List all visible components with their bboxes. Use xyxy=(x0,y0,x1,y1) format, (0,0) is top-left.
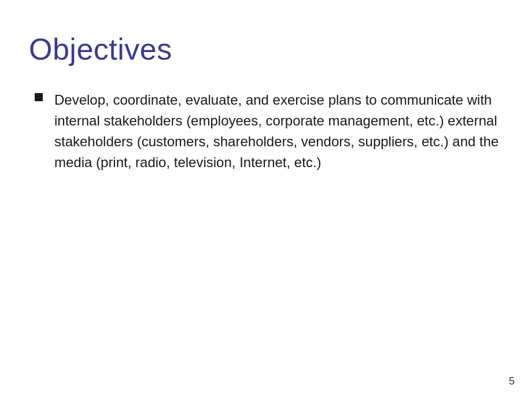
bullet-item: Develop, coordinate, evaluate, and exerc… xyxy=(35,90,503,173)
bullet-marker-icon xyxy=(35,93,43,101)
bullet-text: Develop, coordinate, evaluate, and exerc… xyxy=(54,90,503,173)
page-number: 5 xyxy=(509,375,515,387)
content-area: Develop, coordinate, evaluate, and exerc… xyxy=(29,90,503,173)
slide-title: Objectives xyxy=(29,32,503,66)
slide: Objectives Develop, coordinate, evaluate… xyxy=(0,0,532,399)
